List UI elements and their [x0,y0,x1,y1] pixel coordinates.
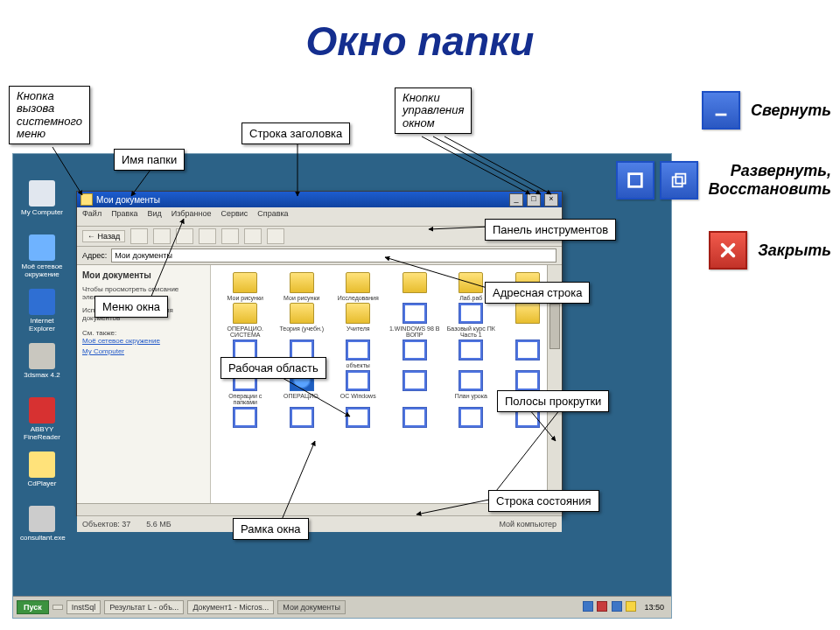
taskbar-item[interactable] [52,605,63,610]
status-objects: Объектов: 37 [82,520,130,528]
addr-field[interactable]: Мои документы [111,248,556,262]
tool-button[interactable] [176,228,193,244]
file-item[interactable]: Базовый курс ПК Часть 1 [444,303,499,338]
left-link[interactable]: Моё сетевое окружение [82,337,205,345]
scroll-thumb[interactable] [550,304,560,349]
menu-item[interactable]: Файл [82,209,102,224]
tool-button[interactable] [199,228,216,244]
tool-button[interactable] [244,228,262,244]
file-item[interactable] [218,407,273,430]
file-item[interactable]: 1.WINDOWS 98 В ВОПР [388,303,443,338]
desktop-icon[interactable]: consultant.exe [20,506,64,542]
tray-icon[interactable] [597,601,607,612]
desktop-icon[interactable]: CdPlayer [20,452,64,487]
callout-work: Рабочая область [220,357,326,379]
taskbar-item[interactable]: InstSql [66,600,102,614]
left-heading: Мои документы [82,270,205,280]
file-item[interactable] [275,407,330,430]
legend-close: Закрыть [758,242,831,260]
slide: Окно папки Кнопка вызова системного меню… [0,0,840,630]
menu-item[interactable]: Вид [148,209,162,224]
file-item[interactable]: ОПЕРАЦИО. СИСТЕМА [218,303,273,338]
slide-title: Окно папки [0,18,840,65]
clock: 13:50 [640,603,668,612]
desktop-icon[interactable]: My Computer [20,180,64,216]
minimize-icon [702,91,740,130]
file-item[interactable]: Учителя [331,303,386,338]
menu-item[interactable]: Правка [111,209,137,224]
svg-rect-14 [716,114,727,116]
menu-item[interactable]: Избранное [172,209,212,224]
tool-button[interactable] [130,228,148,244]
sysmenu-icon[interactable] [80,193,93,206]
file-item[interactable]: Исследования [331,272,386,301]
taskbar-item[interactable]: Документ1 - Micros... [187,600,274,614]
file-item[interactable] [388,407,443,430]
tool-button[interactable] [221,228,239,244]
tray-icon[interactable] [612,601,622,612]
file-item[interactable]: Мои рисунки [218,272,273,301]
file-item[interactable] [388,340,443,368]
callout-winmenu: Меню окна [94,296,168,318]
legend: Свернуть Развернуть, Восстановить Закрыт… [682,91,831,301]
taskbar-item[interactable]: Мои документы [277,600,346,614]
addr-label: Адрес: [82,251,107,260]
callout-toolbar: Панель инструментов [485,219,616,241]
file-item[interactable] [331,407,386,430]
legend-maxrest: Развернуть, Восстановить [709,162,831,198]
menu-item[interactable]: Сервис [220,209,248,224]
callout-foldername: Имя папки [114,149,185,171]
file-item[interactable]: ОС Windows [331,370,386,405]
close-icon [709,231,747,270]
tray-icon[interactable] [626,601,636,612]
minimize-button[interactable]: _ [509,193,523,206]
status-bar: Объектов: 37 5.6 МБ Мой компьютер [77,515,562,532]
desktop-icon[interactable]: Моё сетевое окружение [20,234,64,278]
maximize-button[interactable]: □ [527,193,541,206]
start-button[interactable]: Пуск [17,600,49,614]
legend-minimize: Свернуть [751,102,831,120]
tray[interactable] [582,601,638,613]
file-item[interactable] [444,407,499,430]
svg-rect-17 [672,177,682,186]
svg-rect-16 [676,174,685,184]
callout-frame: Рамка окна [233,518,309,540]
callout-ctrlbtn: Кнопки управления окном [395,88,472,134]
maximize-icon [616,161,654,200]
window-title: Мои документы [96,195,160,205]
tool-button[interactable] [267,228,284,244]
callout-addrbar: Адресная строка [485,282,590,304]
file-item[interactable] [388,272,443,301]
tool-button[interactable] [153,228,171,244]
tray-icon[interactable] [583,601,593,612]
callout-sysmenu: Кнопка вызова системного меню [9,86,90,144]
callout-scroll: Полосы прокрутки [497,390,609,412]
svg-rect-15 [628,174,641,187]
status-loc: Мой компьютер [499,520,556,528]
title-bar[interactable]: Мои документы _ □ × [77,192,562,207]
file-item[interactable] [388,370,443,405]
file-item[interactable]: объекты [331,340,386,368]
address-bar: Адрес: Мои документы [77,247,562,265]
file-item[interactable]: Мои рисунки [275,272,330,301]
callout-titlebar: Строка заголовка [242,122,350,144]
left-see: См. также: [82,329,205,337]
taskbar-item[interactable]: Результат L - объ... [104,600,184,614]
file-item[interactable]: План урока [444,370,499,405]
desktop-icon[interactable]: ABBYY FineReader [20,397,64,441]
file-item[interactable]: Теория (учебн.) [275,303,330,338]
desktop-icon[interactable]: Internet Explorer [20,289,64,332]
left-link[interactable]: My Computer [82,347,205,355]
desktop-icon[interactable]: 3dsmax 4.2 [20,343,64,379]
back-button[interactable]: ← Назад [82,230,125,242]
restore-icon [660,161,698,200]
menu-item[interactable]: Справка [257,209,288,224]
file-item[interactable] [444,340,499,368]
close-button[interactable]: × [544,193,558,206]
status-size: 5.6 МБ [146,520,171,528]
callout-statusbar: Строка состояния [488,490,599,512]
taskbar: Пуск InstSql Результат L - объ... Докуме… [13,596,671,618]
